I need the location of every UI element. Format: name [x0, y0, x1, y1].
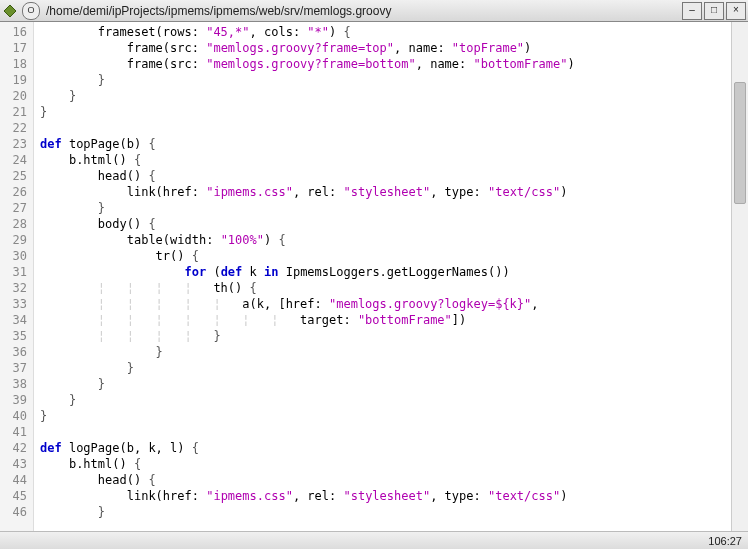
line-number: 37 — [0, 360, 33, 376]
code-line[interactable]: frame(src: "memlogs.groovy?frame=top", n… — [40, 40, 731, 56]
app-icon — [2, 3, 18, 19]
code-line[interactable]: link(href: "ipmems.css", rel: "styleshee… — [40, 488, 731, 504]
code-line[interactable]: b.html() { — [40, 456, 731, 472]
line-number: 22 — [0, 120, 33, 136]
line-number: 32 — [0, 280, 33, 296]
code-line[interactable]: body() { — [40, 216, 731, 232]
line-number: 33 — [0, 296, 33, 312]
code-line[interactable]: for (def k in IpmemsLoggers.getLoggerNam… — [40, 264, 731, 280]
line-number: 28 — [0, 216, 33, 232]
line-number: 46 — [0, 504, 33, 520]
sticky-toggle[interactable]: O — [22, 2, 40, 20]
code-line[interactable]: } — [40, 72, 731, 88]
code-line[interactable]: } — [40, 392, 731, 408]
code-line[interactable]: link(href: "ipmems.css", rel: "styleshee… — [40, 184, 731, 200]
minimize-button[interactable]: – — [682, 2, 702, 20]
svg-marker-0 — [4, 5, 16, 17]
line-number: 27 — [0, 200, 33, 216]
close-button[interactable]: × — [726, 2, 746, 20]
cursor-position: 106:27 — [708, 535, 742, 547]
code-line[interactable]: } — [40, 200, 731, 216]
code-line[interactable]: b.html() { — [40, 152, 731, 168]
vertical-scrollbar[interactable] — [731, 22, 748, 531]
code-line[interactable]: } — [40, 408, 731, 424]
maximize-button[interactable]: □ — [704, 2, 724, 20]
line-number: 44 — [0, 472, 33, 488]
scroll-thumb[interactable] — [734, 82, 746, 204]
code-line[interactable] — [40, 120, 731, 136]
code-line[interactable]: frame(src: "memlogs.groovy?frame=bottom"… — [40, 56, 731, 72]
code-line[interactable]: ¦ ¦ ¦ ¦ th() { — [40, 280, 731, 296]
code-view[interactable]: frameset(rows: "45,*", cols: "*") { fram… — [34, 22, 731, 531]
code-line[interactable]: ¦ ¦ ¦ ¦ } — [40, 328, 731, 344]
line-number: 30 — [0, 248, 33, 264]
line-number: 26 — [0, 184, 33, 200]
code-line[interactable]: def topPage(b) { — [40, 136, 731, 152]
code-line[interactable]: head() { — [40, 168, 731, 184]
code-line[interactable]: } — [40, 360, 731, 376]
code-line[interactable]: def logPage(b, k, l) { — [40, 440, 731, 456]
code-line[interactable]: head() { — [40, 472, 731, 488]
line-number: 39 — [0, 392, 33, 408]
line-number: 31 — [0, 264, 33, 280]
line-number: 21 — [0, 104, 33, 120]
code-line[interactable]: } — [40, 104, 731, 120]
line-number: 19 — [0, 72, 33, 88]
code-line[interactable]: } — [40, 504, 731, 520]
line-number: 38 — [0, 376, 33, 392]
titlebar: O /home/demi/ipProjects/ipmems/ipmems/we… — [0, 0, 748, 22]
code-line[interactable]: } — [40, 344, 731, 360]
statusbar: 106:27 — [0, 531, 748, 549]
code-line[interactable]: table(width: "100%") { — [40, 232, 731, 248]
line-number: 20 — [0, 88, 33, 104]
line-number: 29 — [0, 232, 33, 248]
line-number: 36 — [0, 344, 33, 360]
code-line[interactable]: } — [40, 376, 731, 392]
code-line[interactable]: frameset(rows: "45,*", cols: "*") { — [40, 24, 731, 40]
line-gutter: 1617181920212223242526272829303132333435… — [0, 22, 34, 531]
code-line[interactable]: ¦ ¦ ¦ ¦ ¦ ¦ ¦ target: "bottomFrame"]) — [40, 312, 731, 328]
editor[interactable]: 1617181920212223242526272829303132333435… — [0, 22, 748, 531]
line-number: 25 — [0, 168, 33, 184]
line-number: 41 — [0, 424, 33, 440]
code-line[interactable]: ¦ ¦ ¦ ¦ ¦ a(k, [href: "memlogs.groovy?lo… — [40, 296, 731, 312]
line-number: 43 — [0, 456, 33, 472]
window-title: /home/demi/ipProjects/ipmems/ipmems/web/… — [46, 4, 680, 18]
code-line[interactable]: } — [40, 88, 731, 104]
line-number: 17 — [0, 40, 33, 56]
line-number: 40 — [0, 408, 33, 424]
line-number: 16 — [0, 24, 33, 40]
code-line[interactable] — [40, 424, 731, 440]
line-number: 34 — [0, 312, 33, 328]
line-number: 42 — [0, 440, 33, 456]
line-number: 18 — [0, 56, 33, 72]
line-number: 24 — [0, 152, 33, 168]
line-number: 23 — [0, 136, 33, 152]
line-number: 35 — [0, 328, 33, 344]
line-number: 45 — [0, 488, 33, 504]
code-line[interactable]: tr() { — [40, 248, 731, 264]
